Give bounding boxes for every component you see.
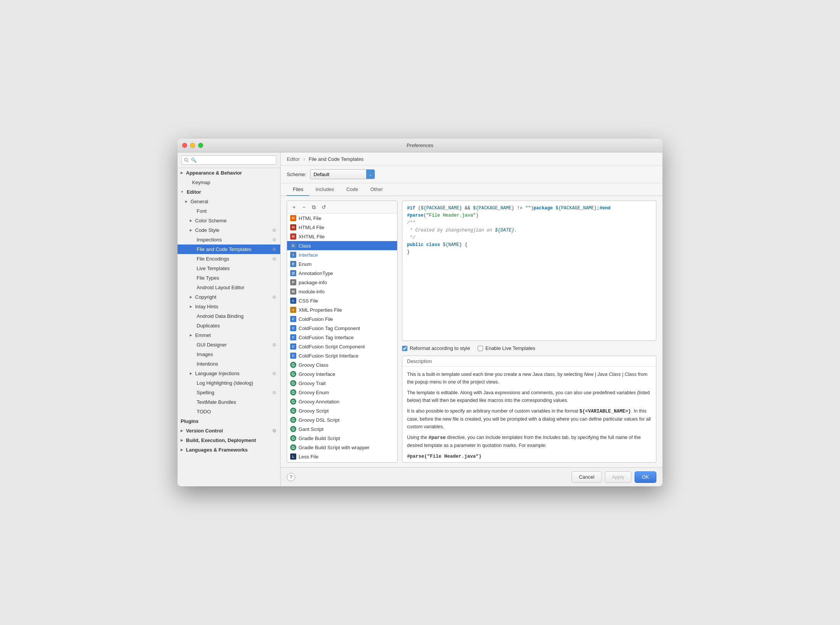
file-item-gradle-wrapper[interactable]: GGradle Build Script with wrapper (287, 443, 397, 452)
description-body: This is a built-in template used each ti… (402, 367, 656, 463)
sidebar-item-code-style[interactable]: Code Style⚙ (178, 225, 280, 235)
reformat-checkbox[interactable] (402, 346, 407, 351)
file-item-cf-script-iface[interactable]: CColdFusion Script Interface (287, 351, 397, 360)
file-list-toolbar: + − ⧉ ↺ (287, 201, 397, 214)
sidebar-item-build-execution[interactable]: Build, Execution, Deployment (178, 436, 280, 445)
close-button[interactable] (182, 143, 187, 148)
file-item-groovy-script[interactable]: GGroovy Script (287, 406, 397, 415)
file-item-groovy-class[interactable]: GGroovy Class (287, 360, 397, 369)
sidebar-item-images[interactable]: Images (178, 350, 280, 359)
sidebar-item-label: TextMate Bundles (197, 399, 236, 405)
sidebar-item-languages-frameworks[interactable]: Languages & Frameworks (178, 445, 280, 455)
sidebar-item-intentions[interactable]: Intentions (178, 359, 280, 369)
sidebar-item-color-scheme[interactable]: Color Scheme (178, 216, 280, 225)
code-editor[interactable]: #if (${PACKAGE_NAME} && ${PACKAGE_NAME} … (402, 201, 656, 341)
ok-button[interactable]: OK (635, 471, 656, 483)
sidebar-item-file-encodings[interactable]: File Encodings⚙ (178, 254, 280, 264)
reformat-label: Reformat according to style (410, 345, 470, 351)
maximize-button[interactable] (198, 143, 203, 148)
code-line-6: public class ${NAME} { (407, 241, 651, 249)
file-item-cf-tag-iface[interactable]: CColdFusion Tag Interface (287, 333, 397, 342)
add-template-button[interactable]: + (289, 202, 299, 212)
sidebar-item-editor[interactable]: Editor (178, 187, 280, 197)
sidebar-item-label: Version Control (186, 428, 223, 434)
file-item-html4[interactable]: HHTML4 File (287, 223, 397, 232)
gear-icon: ⚙ (272, 390, 276, 395)
remove-template-button[interactable]: − (299, 202, 309, 212)
file-item-html[interactable]: HHTML File (287, 214, 397, 223)
sidebar-item-live-templates[interactable]: Live Templates (178, 264, 280, 273)
sidebar-item-appearance[interactable]: Appearance & Behavior (178, 168, 280, 178)
minimize-button[interactable] (190, 143, 195, 148)
file-item-cf-tag-comp[interactable]: CColdFusion Tag Component (287, 324, 397, 333)
sidebar-item-label: Duplicates (197, 323, 220, 329)
apply-button[interactable]: Apply (605, 471, 632, 483)
file-name-module-info: module-info (299, 289, 325, 295)
desc-p3: It is also possible to specify an arbitr… (407, 407, 651, 431)
file-item-gradle[interactable]: GGradle Build Script (287, 434, 397, 443)
file-item-groovy-iface[interactable]: GGroovy Interface (287, 369, 397, 379)
sidebar-item-keymap[interactable]: Keymap (178, 178, 280, 187)
sidebar-item-duplicates[interactable]: Duplicates (178, 321, 280, 330)
sidebar-item-copyright[interactable]: Copyright⚙ (178, 292, 280, 302)
file-item-groovy-trait[interactable]: GGroovy Trait (287, 379, 397, 388)
copy-template-button[interactable]: ⧉ (309, 202, 318, 212)
scheme-select[interactable]: Default ⌄ (310, 169, 375, 179)
live-templates-checkbox-label[interactable]: Enable Live Templates (478, 345, 535, 351)
sidebar-item-general[interactable]: General (178, 197, 280, 206)
sidebar-item-plugins[interactable]: Plugins (178, 416, 280, 426)
sidebar-item-label: Android Layout Editor (197, 285, 244, 290)
file-item-gant[interactable]: GGant Script (287, 424, 397, 434)
reformat-checkbox-label[interactable]: Reformat according to style (402, 345, 470, 351)
file-item-annotation[interactable]: @AnnotationType (287, 269, 397, 278)
file-name-groovy-iface: Groovy Interface (299, 371, 335, 377)
tab-includes[interactable]: Includes (309, 183, 340, 196)
tab-files[interactable]: Files (287, 183, 309, 196)
help-button[interactable]: ? (287, 473, 295, 481)
file-item-css[interactable]: CCSS File (287, 296, 397, 305)
sidebar-item-todo[interactable]: TODO (178, 407, 280, 416)
file-item-interface[interactable]: IInterface (287, 250, 397, 259)
file-item-groovy-dsl[interactable]: GGroovy DSL Script (287, 415, 397, 424)
sidebar-item-android-data-binding[interactable]: Android Data Binding (178, 311, 280, 321)
sidebar-item-inlay-hints[interactable]: Inlay Hints (178, 302, 280, 311)
file-item-xhtml[interactable]: HXHTML File (287, 232, 397, 241)
gear-icon: ⚙ (272, 228, 276, 233)
file-name-groovy-annotation: Groovy Annotation (299, 399, 339, 405)
sidebar-item-font[interactable]: Font (178, 206, 280, 216)
file-name-cf-script-comp: ColdFusion Script Component (299, 344, 365, 350)
tab-other[interactable]: Other (364, 183, 389, 196)
sidebar-item-log-highlighting[interactable]: Log Highlighting (Ideolog) (178, 378, 280, 388)
sidebar-item-spelling[interactable]: Spelling⚙ (178, 388, 280, 397)
sidebar-item-emmet[interactable]: Emmet (178, 330, 280, 340)
tab-code[interactable]: Code (340, 183, 364, 196)
sidebar-item-gui-designer[interactable]: GUI Designer⚙ (178, 340, 280, 350)
sidebar-item-file-types[interactable]: File Types (178, 273, 280, 283)
file-item-cf-script-comp[interactable]: CColdFusion Script Component (287, 342, 397, 351)
sidebar-item-android-layout-editor[interactable]: Android Layout Editor (178, 283, 280, 292)
file-item-sass[interactable]: SSass File (287, 461, 397, 462)
sidebar-item-textmate-bundles[interactable]: TextMate Bundles (178, 397, 280, 407)
cancel-button[interactable]: Cancel (572, 471, 601, 483)
search-input[interactable] (181, 155, 276, 165)
file-item-package-info[interactable]: Ppackage-info (287, 278, 397, 287)
gear-icon: ⚙ (272, 428, 276, 434)
file-item-xml-props[interactable]: XXML Properties File (287, 305, 397, 314)
file-item-cf-file[interactable]: CColdFusion File (287, 314, 397, 324)
triangle-right-icon (185, 200, 187, 203)
file-item-less[interactable]: LLess File (287, 452, 397, 461)
file-item-groovy-enum[interactable]: GGroovy Enum (287, 388, 397, 397)
sidebar-item-language-injections[interactable]: Language Injections⚙ (178, 369, 280, 378)
file-icon-cf-tag-comp: C (290, 325, 296, 331)
sidebar-item-version-control[interactable]: Version Control⚙ (178, 426, 280, 436)
file-icon-groovy-iface: G (290, 371, 296, 377)
sidebar-item-file-and-code-templates[interactable]: File and Code Templates⚙ (178, 244, 280, 254)
file-name-css: CSS File (299, 298, 318, 304)
reset-template-button[interactable]: ↺ (319, 202, 328, 212)
file-item-module-info[interactable]: Mmodule-info (287, 287, 397, 296)
file-item-class[interactable]: CClass (287, 241, 397, 250)
file-item-enum[interactable]: EEnum (287, 259, 397, 269)
live-templates-checkbox[interactable] (478, 346, 483, 351)
file-item-groovy-annotation[interactable]: GGroovy Annotation (287, 397, 397, 406)
sidebar-item-inspections[interactable]: Inspections⚙ (178, 235, 280, 244)
